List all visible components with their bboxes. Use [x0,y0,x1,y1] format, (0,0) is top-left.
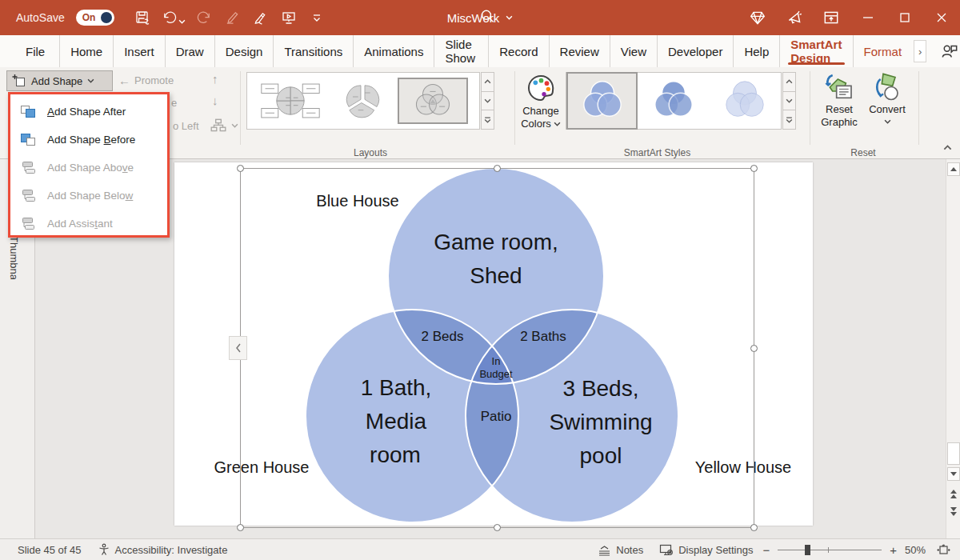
venn-center-line1[interactable]: In [492,354,501,368]
venn-top-circle-line2[interactable]: Shed [470,263,522,289]
text-pane-toggle-button[interactable] [229,336,247,360]
venn-top-circle-line1[interactable]: Game room, [434,230,558,255]
venn-left-circle-line3[interactable]: room [370,442,421,468]
close-button[interactable] [923,0,960,35]
convert-button[interactable]: Convert [862,71,912,124]
autosave-state: On [82,12,96,23]
resize-handle-top-left[interactable] [237,165,244,172]
layouts-scroll-down-icon[interactable] [481,92,494,111]
fit-slide-to-window-button[interactable] [932,539,955,560]
tab-design[interactable]: Design [215,35,274,67]
org-layout-button [210,117,238,134]
venn-right-circle-line1[interactable]: 3 Beds, [563,376,639,402]
tab-overflow-button[interactable]: › [914,40,926,62]
next-slide-button[interactable] [947,503,960,519]
venn-label-blue-house[interactable]: Blue House [316,192,398,210]
vertical-scrollbar[interactable] [946,159,960,538]
resize-handle-top-right[interactable] [750,165,758,172]
style-thumb-3[interactable] [710,72,781,130]
styles-scroll-up-icon[interactable] [782,72,796,92]
tab-smartart-design[interactable]: SmartArt Design [780,35,853,67]
accessibility-status[interactable]: Accessibility: Investigate [90,539,236,560]
zoom-100-tick [828,547,829,553]
maximize-button[interactable] [886,0,923,35]
venn-overlap-patio[interactable]: Patio [481,409,512,425]
display-settings-button[interactable]: Display Settings [651,539,761,560]
styles-scroll-down-icon[interactable] [782,92,796,111]
collapse-ribbon-icon[interactable] [938,140,957,154]
minimize-button[interactable] [850,0,886,35]
tab-record[interactable]: Record [489,35,549,67]
resize-handle-bottom-right[interactable] [750,524,758,531]
venn-label-green-house[interactable]: Green House [214,458,310,477]
venn-overlap-2-beds[interactable]: 2 Beds [422,329,464,345]
scrollbar-thumb[interactable] [947,442,960,465]
share-presence-icon[interactable] [939,35,960,67]
layouts-more-icon[interactable] [481,110,494,130]
tab-format[interactable]: Format [854,35,913,67]
promote-button: ← Promote [118,74,174,87]
notes-button[interactable]: Notes [590,539,651,560]
feedback-megaphone-icon[interactable] [776,0,813,35]
menu-item-add-assistant: Add Assistant [10,210,167,238]
draw-pen-icon[interactable] [252,9,270,26]
tab-help[interactable]: Help [734,35,780,67]
ribbon-display-options-icon[interactable] [813,0,850,35]
search-icon[interactable] [478,8,498,27]
layout-thumb-basic-venn[interactable] [398,78,468,124]
venn-right-circle-line3[interactable]: pool [580,443,622,469]
zoom-slider[interactable] [778,550,882,550]
add-shape-below-icon [20,189,36,202]
change-colors-chevron-icon [554,122,561,126]
venn-left-circle-line1[interactable]: 1 Bath, [361,375,432,401]
tab-developer[interactable]: Developer [658,35,734,67]
resize-handle-top-center[interactable] [494,165,501,172]
org-chart-icon [210,117,227,134]
change-colors-button[interactable]: Change Colors [516,71,566,130]
slide-indicator[interactable]: Slide 45 of 45 [0,539,90,560]
venn-left-circle-line2[interactable]: Media [366,409,426,434]
start-slideshow-icon[interactable] [280,9,298,26]
save-icon[interactable] [134,9,151,26]
slide-canvas[interactable]: Blue House Game room, Shed 2 Beds 2 Bath… [174,162,813,526]
scroll-up-icon[interactable] [947,162,960,176]
layout-thumb-segmented-pie[interactable] [329,78,393,124]
resize-handle-middle-right[interactable] [750,345,758,352]
customize-qat-icon[interactable] [308,9,326,26]
layouts-scroll-up-icon[interactable] [481,72,494,92]
thumbnails-pane-label: Thumbnails [8,236,20,279]
tab-home[interactable]: Home [60,35,114,67]
zoom-in-icon[interactable]: + [888,543,898,557]
autosave-toggle[interactable]: On [76,10,114,26]
tab-animations[interactable]: Animations [354,35,434,67]
zoom-out-icon[interactable]: − [761,543,771,557]
resize-handle-bottom-center[interactable] [494,524,501,531]
tab-insert[interactable]: Insert [114,35,166,67]
tab-slide-show[interactable]: Slide Show [434,35,489,67]
zoom-slider-thumb[interactable] [805,545,810,555]
layout-thumb-matrix-cycle[interactable] [257,78,324,124]
designer-diamond-icon[interactable] [739,0,776,35]
tab-draw[interactable]: Draw [166,35,215,67]
reset-graphic-button[interactable]: Reset Graphic [814,71,864,129]
style-thumb-1[interactable] [566,72,638,130]
tab-review[interactable]: Review [550,35,610,67]
tab-file[interactable]: File [11,35,60,67]
styles-more-icon[interactable] [782,110,796,130]
venn-center-line2[interactable]: Budget [479,367,512,381]
add-shape-button[interactable]: Add Shape [6,70,113,91]
zoom-level[interactable]: 50% [898,539,932,560]
venn-label-yellow-house[interactable]: Yellow House [695,458,791,477]
venn-right-circle-line2[interactable]: Swimming [549,410,652,435]
undo-icon[interactable] [162,9,186,26]
menu-item-add-shape-after[interactable]: Add Shape After [10,98,167,126]
tab-transitions[interactable]: Transitions [274,35,354,67]
style-thumb-2[interactable] [638,72,709,130]
previous-slide-button[interactable] [947,486,960,502]
menu-item-add-shape-before[interactable]: Add Shape Before [10,126,167,154]
redo-icon [196,9,214,26]
tab-view[interactable]: View [610,35,658,67]
venn-overlap-2-baths[interactable]: 2 Baths [520,329,566,345]
scroll-down-icon[interactable] [947,467,960,481]
resize-handle-bottom-left[interactable] [237,524,244,531]
